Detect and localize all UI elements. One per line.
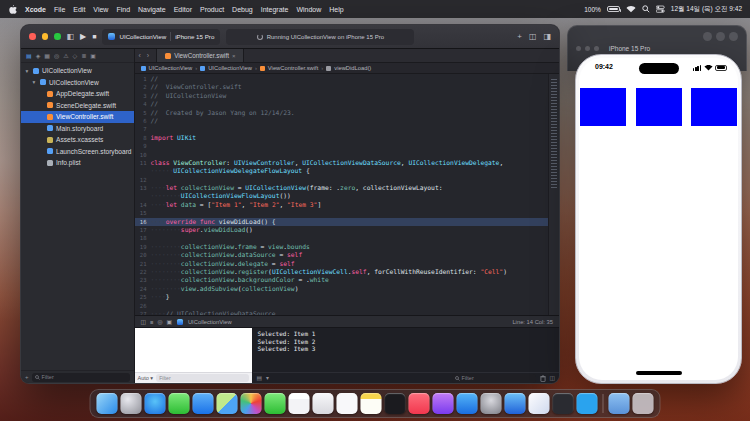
navigator-filter-field[interactable]: Filter <box>32 373 130 382</box>
menu-product[interactable]: Product <box>200 6 224 13</box>
file-row-uicollectionview[interactable]: ▾UICollectionView <box>21 65 134 77</box>
scheme-selector[interactable]: UICollectionView iPhone 15 Pro <box>102 29 220 45</box>
menu-navigate[interactable]: Navigate <box>138 6 166 13</box>
minimize-button[interactable] <box>42 33 49 40</box>
code-line[interactable]: ········UICollectionViewFlowLayout()) <box>135 192 548 200</box>
collection-cell-2[interactable] <box>636 88 682 126</box>
breadcrumb-item[interactable]: ViewController.swift <box>268 65 318 71</box>
breadcrumb-item[interactable]: UICollectionView <box>149 65 193 71</box>
dock-icon-calendar[interactable] <box>289 393 310 414</box>
menu-find[interactable]: Find <box>116 6 130 13</box>
code-line[interactable]: 17········super.viewDidLoad() <box>135 226 548 234</box>
dock-icon-reminders[interactable] <box>337 393 358 414</box>
menu-help[interactable]: Help <box>329 6 343 13</box>
disclosure-icon[interactable]: ▾ <box>31 79 37 85</box>
menu-window[interactable]: Window <box>296 6 321 13</box>
console-mode-icon[interactable]: ▤ <box>257 375 262 381</box>
scope-selector[interactable]: Auto ▾ <box>138 375 154 381</box>
dock-icon-tv[interactable] <box>385 393 406 414</box>
disclosure-icon[interactable]: ▾ <box>24 68 30 74</box>
menu-view[interactable]: View <box>93 6 108 13</box>
dock-icon-terminal[interactable] <box>553 393 574 414</box>
dock-icon-messages[interactable] <box>169 393 190 414</box>
collection-cell-1[interactable] <box>580 88 626 126</box>
code-line[interactable]: 4// <box>135 100 548 108</box>
code-line[interactable]: 16····override func viewDidLoad() { <box>135 218 548 226</box>
project-navigator-icon[interactable]: ▤ <box>26 52 32 59</box>
dock-icon-mail[interactable] <box>193 393 214 414</box>
source-control-icon[interactable]: ◈ <box>36 52 41 59</box>
menu-file[interactable]: File <box>54 6 65 13</box>
file-row-main-storyboard[interactable]: Main.storyboard <box>21 123 134 135</box>
window-button[interactable] <box>576 46 581 51</box>
debug-navigator-icon[interactable]: ≣ <box>81 52 86 59</box>
code-line[interactable]: 7 <box>135 125 548 133</box>
dock-icon-facetime[interactable] <box>265 393 286 414</box>
menubar-clock[interactable]: 12월 14일 (목) 오전 9:42 <box>671 5 742 14</box>
code-line[interactable]: 25····} <box>135 293 548 301</box>
library-icon[interactable]: ◫ <box>529 33 537 41</box>
zoom-button[interactable] <box>54 33 61 40</box>
more-icon[interactable] <box>729 32 738 41</box>
code-line[interactable]: 14····let data = ["Item 1", "Item 2", "I… <box>135 201 548 209</box>
code-line[interactable]: 9 <box>135 142 548 150</box>
window-button[interactable] <box>594 46 599 51</box>
breakpoints-toggle-icon[interactable]: ≡ <box>150 319 153 325</box>
wifi-icon[interactable] <box>626 5 636 13</box>
code-line[interactable]: 6// <box>135 117 548 125</box>
continue-icon[interactable]: ◎ <box>157 319 162 325</box>
dock-icon-contacts[interactable] <box>313 393 334 414</box>
console-pane-toggle-icon[interactable]: ◫ <box>550 375 555 381</box>
debug-process-name[interactable]: UICollectionView <box>188 319 232 325</box>
add-icon[interactable]: + <box>517 33 522 41</box>
breadcrumb-item[interactable]: UICollectionView <box>208 65 252 71</box>
find-navigator-icon[interactable]: ◎ <box>54 52 59 59</box>
close-tab-icon[interactable]: × <box>232 53 236 59</box>
home-indicator[interactable] <box>636 371 682 375</box>
code-line[interactable]: 18 <box>135 234 548 242</box>
console-output[interactable]: Selected: Item 1Selected: Item 2Selected… <box>253 328 559 372</box>
menu-debug[interactable]: Debug <box>232 6 253 13</box>
variables-list[interactable] <box>135 328 252 372</box>
dock-icon-photos[interactable] <box>241 393 262 414</box>
code-line[interactable]: ······UICollectionViewDelegateFlowLayout… <box>135 167 548 175</box>
dock-icon-system-settings[interactable] <box>481 393 502 414</box>
code-line[interactable]: 24········view.addSubview(collectionView… <box>135 285 548 293</box>
dock-icon-xcode[interactable] <box>505 393 526 414</box>
scheme-name[interactable]: UICollectionView <box>119 33 166 40</box>
add-file-icon[interactable]: + <box>25 374 29 380</box>
collection-view[interactable] <box>580 88 737 126</box>
code-line[interactable]: 1// <box>135 75 548 83</box>
step-over-icon[interactable]: ▣ <box>166 319 171 325</box>
apple-menu-icon[interactable] <box>8 4 17 15</box>
dock-icon-safari[interactable] <box>145 393 166 414</box>
menu-integrate[interactable]: Integrate <box>261 6 289 13</box>
variables-filter-field[interactable]: Filter <box>156 374 248 382</box>
file-row-uicollectionview[interactable]: ▾UICollectionView <box>21 77 134 89</box>
code-line[interactable]: 3// UICollectionView <box>135 92 548 100</box>
run-button[interactable]: ▶ <box>80 32 86 41</box>
menu-edit[interactable]: Edit <box>73 6 85 13</box>
code-line[interactable]: 26 <box>135 302 548 310</box>
dock-icon-music[interactable] <box>409 393 430 414</box>
run-destination[interactable]: iPhone 15 Pro <box>175 33 214 40</box>
file-row-appdelegate-swift[interactable]: AppDelegate.swift <box>21 88 134 100</box>
rotate-icon[interactable] <box>703 32 712 41</box>
dock-icon-notes[interactable] <box>361 393 382 414</box>
code-line[interactable]: 2// ViewController.swift <box>135 83 548 91</box>
activity-viewer[interactable]: Running UICollectionView on iPhone 15 Pr… <box>226 29 414 45</box>
dock-icon-finder[interactable] <box>97 393 118 414</box>
menu-xcode[interactable]: Xcode <box>25 6 46 13</box>
code-line[interactable]: 20········collectionView.dataSource = se… <box>135 251 548 259</box>
code-line[interactable]: 13····let collectionView = UICollectionV… <box>135 184 548 192</box>
code-line[interactable]: 21········collectionView.delegate = self <box>135 260 548 268</box>
dock-icon-trash[interactable] <box>633 393 654 414</box>
dock-icon-maps[interactable] <box>217 393 238 414</box>
search-icon[interactable] <box>642 5 650 13</box>
dock-icon-app-store[interactable] <box>457 393 478 414</box>
window-button[interactable] <box>585 46 590 51</box>
code-lines[interactable]: 1//2// ViewController.swift3// UICollect… <box>135 74 548 315</box>
breadcrumb-item[interactable]: viewDidLoad() <box>334 65 371 71</box>
code-line[interactable]: 8import UIKit <box>135 134 548 142</box>
dock-icon-simulator[interactable] <box>529 393 550 414</box>
